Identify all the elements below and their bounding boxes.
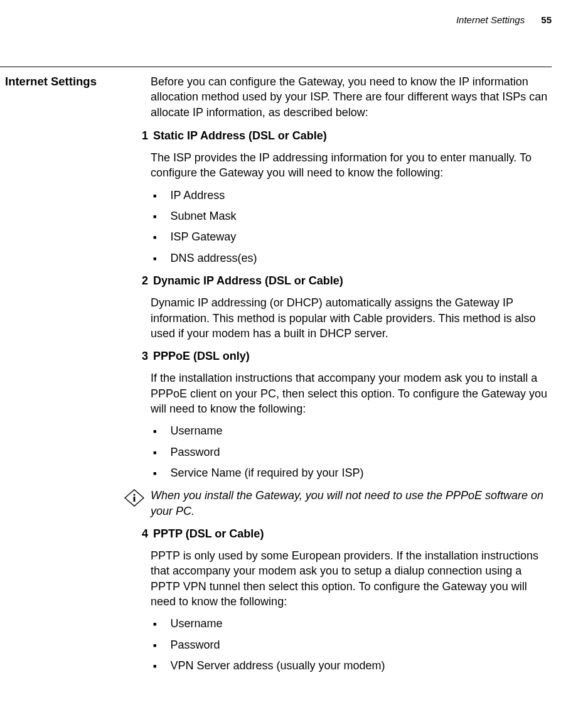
item-heading: Static IP Address (DSL or Cable) xyxy=(153,128,327,143)
item-paragraph: Dynamic IP addressing (or DHCP) automati… xyxy=(151,295,552,341)
bullet-list: Username Password Service Name (if requi… xyxy=(151,423,552,480)
list-item: Username xyxy=(151,423,552,438)
list-item: ISP Gateway xyxy=(151,229,552,244)
numbered-item: 3 PPPoE (DSL only) xyxy=(151,348,552,364)
bullet-list: Username Password VPN Server address (us… xyxy=(151,616,552,673)
page-header: Internet Settings 55 xyxy=(0,0,588,26)
numbered-item: 2 Dynamic IP Address (DSL or Cable) xyxy=(151,273,552,288)
item-heading: PPTP (DSL or Cable) xyxy=(153,526,264,541)
list-item: Subnet Mask xyxy=(151,208,552,224)
list-item: Service Name (if required by your ISP) xyxy=(151,465,552,480)
header-title: Internet Settings xyxy=(456,14,525,25)
list-item: Password xyxy=(151,445,552,460)
list-item: VPN Server address (usually your modem) xyxy=(151,658,552,673)
item-number: 2 xyxy=(134,273,148,288)
svg-point-1 xyxy=(133,494,135,496)
info-note: When you install the Gateway, you will n… xyxy=(124,488,552,519)
list-item: Username xyxy=(151,616,552,631)
content-area: Internet Settings Before you can configu… xyxy=(0,74,552,680)
numbered-item: 1 Static IP Address (DSL or Cable) xyxy=(151,128,552,143)
intro-paragraph: Before you can configure the Gateway, yo… xyxy=(151,74,552,120)
section-title: Internet Settings xyxy=(5,74,131,90)
list-item: DNS address(es) xyxy=(151,251,552,266)
item-paragraph: The ISP provides the IP addressing infor… xyxy=(151,150,552,181)
item-number: 4 xyxy=(134,526,148,541)
list-item: Password xyxy=(151,637,552,652)
page-number: 55 xyxy=(541,14,552,25)
bullet-list: IP Address Subnet Mask ISP Gateway DNS a… xyxy=(151,188,552,266)
note-text: When you install the Gateway, you will n… xyxy=(151,488,552,519)
item-number: 3 xyxy=(134,348,148,364)
info-icon xyxy=(124,489,144,510)
list-item: IP Address xyxy=(151,188,552,203)
numbered-item: 4 PPTP (DSL or Cable) xyxy=(151,526,552,541)
item-paragraph: PPTP is only used by some European provi… xyxy=(151,548,552,609)
horizontal-rule xyxy=(0,67,552,67)
item-number: 1 xyxy=(134,128,148,143)
item-heading: PPPoE (DSL only) xyxy=(153,348,250,364)
item-heading: Dynamic IP Address (DSL or Cable) xyxy=(153,273,343,288)
svg-rect-2 xyxy=(134,497,136,502)
item-paragraph: If the installation instructions that ac… xyxy=(151,370,552,416)
body-column: Before you can configure the Gateway, yo… xyxy=(151,74,552,673)
